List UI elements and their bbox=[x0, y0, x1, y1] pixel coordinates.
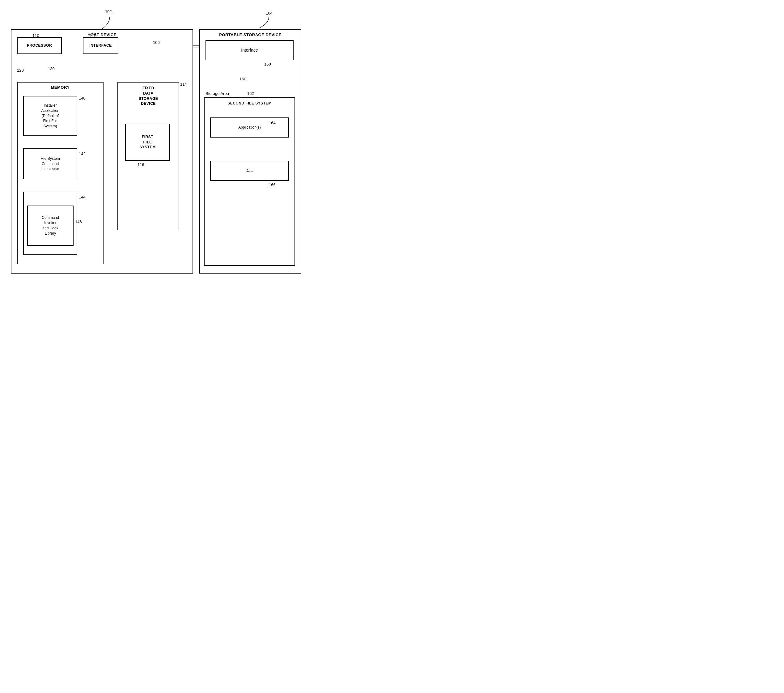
storage-area-label: Storage Area bbox=[206, 91, 229, 96]
memory-label: MEMORY bbox=[18, 85, 103, 90]
applications-box: Application(s) bbox=[210, 117, 289, 137]
ref-142: 142 bbox=[79, 152, 86, 156]
first-file-system-label: FIRST FILE SYSTEM bbox=[139, 134, 155, 150]
ref-112: 112 bbox=[90, 33, 96, 38]
ref-140: 140 bbox=[79, 96, 86, 101]
ref-162: 162 bbox=[247, 91, 254, 96]
command-invoker-label: Command Invoker and Hook Library bbox=[42, 215, 59, 236]
processor-label: PROCESSOR bbox=[27, 43, 52, 48]
ref-114: 114 bbox=[180, 82, 187, 87]
command-invoker-box: Command Invoker and Hook Library bbox=[27, 206, 74, 246]
ref-106: 106 bbox=[153, 40, 160, 45]
interface-host-label: INTERFACE bbox=[89, 43, 112, 48]
data-label: Data bbox=[246, 168, 254, 173]
second-file-system-label: SECOND FILE SYSTEM bbox=[204, 101, 295, 106]
ref-120: 120 bbox=[17, 68, 24, 73]
data-box: Data bbox=[210, 161, 289, 181]
ref-160: 160 bbox=[239, 77, 246, 81]
ref-166: 166 bbox=[269, 182, 276, 187]
portable-storage-label: PORTABLE STORAGE DEVICE bbox=[200, 33, 301, 37]
interface-host-box: INTERFACE bbox=[83, 37, 119, 54]
first-file-system-box: FIRST FILE SYSTEM bbox=[125, 124, 170, 161]
fixed-data-label: FIXED DATA STORAGE DEVICE bbox=[118, 86, 179, 106]
ref-130: 130 bbox=[48, 66, 55, 71]
applications-label: Application(s) bbox=[238, 125, 261, 130]
interface-portable-box: Interface bbox=[206, 40, 293, 60]
ref-110: 110 bbox=[33, 33, 39, 38]
processor-box: PROCESSOR bbox=[17, 37, 62, 54]
installer-app-box: Installer Application (Default of First … bbox=[23, 96, 77, 136]
ref-164: 164 bbox=[269, 120, 276, 125]
ref-116: 116 bbox=[138, 162, 144, 167]
ref-104: 104 bbox=[266, 11, 273, 15]
ref-144: 144 bbox=[79, 195, 86, 200]
file-system-interceptor-box: File System Command Interceptor bbox=[23, 148, 77, 179]
installer-app-label: Installer Application (Default of First … bbox=[41, 103, 59, 129]
diagram-container: 102 104 HOST DEVICE PORTABLE STORAGE DEV… bbox=[0, 0, 309, 278]
ref-102: 102 bbox=[105, 9, 112, 14]
file-system-interceptor-label: File System Command Interceptor bbox=[41, 156, 60, 172]
ref-146: 146 bbox=[75, 219, 82, 224]
ref-150: 150 bbox=[264, 62, 271, 66]
interface-portable-label: Interface bbox=[241, 47, 258, 53]
